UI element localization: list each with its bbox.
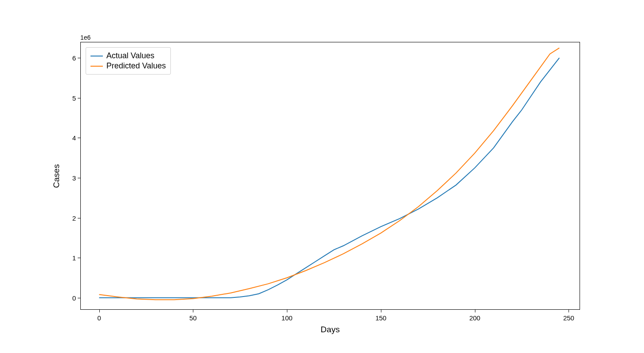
y-tick-label: 5 — [67, 94, 76, 101]
y-tick-label: 4 — [67, 134, 76, 142]
legend-swatch — [90, 56, 103, 56]
y-tick-mark — [78, 178, 80, 178]
x-tick-label: 200 — [469, 314, 480, 322]
y-tick-mark — [78, 298, 80, 298]
y-tick-label: 1 — [67, 254, 76, 262]
y-tick-mark — [78, 138, 80, 138]
x-tick-label: 0 — [97, 314, 101, 322]
x-tick-mark — [99, 310, 100, 312]
series-line-1 — [99, 48, 560, 300]
x-tick-label: 150 — [375, 314, 386, 322]
y-tick-mark — [78, 58, 80, 58]
legend-label: Actual Values — [106, 51, 154, 60]
x-tick-mark — [381, 310, 381, 312]
y-tick-label: 3 — [67, 174, 76, 182]
x-tick-label: 250 — [563, 314, 574, 322]
x-tick-label: 50 — [189, 314, 197, 322]
x-tick-mark — [475, 310, 475, 312]
x-tick-mark — [287, 310, 287, 312]
legend: Actual ValuesPredicted Values — [86, 47, 171, 75]
y-tick-label: 6 — [67, 54, 76, 62]
legend-item: Actual Values — [90, 51, 166, 60]
legend-item: Predicted Values — [90, 61, 166, 71]
y-tick-mark — [78, 98, 80, 98]
x-tick-mark — [569, 310, 569, 312]
legend-swatch — [90, 66, 103, 67]
x-tick-mark — [193, 310, 193, 312]
series-line-0 — [99, 58, 560, 298]
y-tick-label: 2 — [67, 214, 76, 222]
y-tick-mark — [78, 218, 80, 218]
legend-label: Predicted Values — [106, 61, 166, 71]
y-tick-label: 0 — [67, 294, 76, 301]
x-tick-label: 100 — [282, 314, 293, 322]
y-tick-mark — [78, 258, 80, 258]
chart-figure: 1e6 Days Cases 0501001502002500123456 Ac… — [0, 0, 644, 353]
